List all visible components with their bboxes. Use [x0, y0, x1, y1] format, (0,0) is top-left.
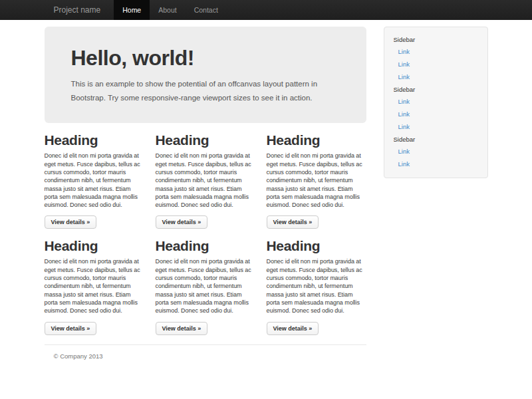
card-body: Donec id elit non mi porta gravida at eg…: [45, 152, 144, 209]
navbar-brand[interactable]: Project name: [45, 0, 114, 20]
view-details-button[interactable]: View details »: [156, 215, 208, 229]
view-details-button[interactable]: View details »: [267, 215, 319, 229]
card-body: Donec id elit non mi porta gravida at eg…: [45, 257, 144, 315]
view-details-button[interactable]: View details »: [267, 322, 319, 335]
view-details-button[interactable]: View details »: [45, 322, 97, 335]
sidebar-link[interactable]: Link: [384, 70, 487, 83]
card-body: Donec id elit non mi porta gravida at eg…: [267, 257, 366, 315]
card-body: Donec id elit non mi porta gravida at eg…: [156, 152, 255, 209]
view-details-button[interactable]: View details »: [156, 322, 208, 335]
card: Heading Donec id elit non mi porta gravi…: [156, 132, 255, 229]
card: Heading Donec id elit non mi porta gravi…: [45, 132, 144, 229]
jumbotron-title: Hello, world!: [71, 46, 340, 70]
card: Heading Donec id elit non mi porta gravi…: [45, 238, 144, 334]
view-details-button[interactable]: View details »: [45, 215, 97, 229]
card-body: Donec id elit non mi porta gravida at eg…: [267, 152, 366, 209]
card-heading: Heading: [267, 238, 366, 253]
main-content: Hello, world! This is an example to show…: [45, 20, 366, 386]
nav-item-about[interactable]: About: [150, 0, 185, 20]
card-heading: Heading: [267, 132, 366, 148]
card-heading: Heading: [45, 238, 144, 253]
card-row: Heading Donec id elit non mi porta gravi…: [45, 132, 366, 229]
sidebar-link[interactable]: Link: [384, 58, 487, 70]
sidebar: SidebarLinkLinkLinkSidebarLinkLinkLinkSi…: [384, 27, 488, 178]
card-heading: Heading: [45, 132, 144, 148]
navbar: Project name HomeAboutContact: [0, 0, 532, 20]
navbar-menu: HomeAboutContact: [114, 0, 227, 20]
sidebar-link[interactable]: Link: [384, 95, 487, 108]
jumbotron-body: This is an example to show the potential…: [71, 77, 340, 104]
card-rows: Heading Donec id elit non mi porta gravi…: [45, 132, 366, 334]
footer-copyright: © Company 2013: [54, 352, 366, 360]
nav-item-contact[interactable]: Contact: [186, 0, 227, 20]
sidebar-link[interactable]: Link: [384, 158, 487, 170]
sidebar-group-header: Sidebar: [384, 33, 487, 45]
sidebar-link[interactable]: Link: [384, 45, 487, 58]
card: Heading Donec id elit non mi porta gravi…: [267, 132, 366, 229]
card-heading: Heading: [156, 132, 255, 148]
sidebar-link[interactable]: Link: [384, 120, 487, 133]
sidebar-group-header: Sidebar: [384, 133, 487, 145]
card: Heading Donec id elit non mi porta gravi…: [267, 238, 366, 334]
sidebar-link[interactable]: Link: [384, 145, 487, 158]
card-row: Heading Donec id elit non mi porta gravi…: [45, 238, 366, 334]
footer: © Company 2013: [45, 344, 366, 386]
sidebar-group-header: Sidebar: [384, 83, 487, 95]
navbar-inner: Project name HomeAboutContact: [45, 0, 488, 20]
card: Heading Donec id elit non mi porta gravi…: [156, 238, 255, 334]
page-container: Hello, world! This is an example to show…: [45, 20, 488, 386]
card-body: Donec id elit non mi porta gravida at eg…: [156, 257, 255, 315]
nav-item-home[interactable]: Home: [114, 0, 150, 20]
sidebar-link[interactable]: Link: [384, 108, 487, 120]
card-heading: Heading: [156, 238, 255, 253]
jumbotron: Hello, world! This is an example to show…: [45, 27, 366, 123]
